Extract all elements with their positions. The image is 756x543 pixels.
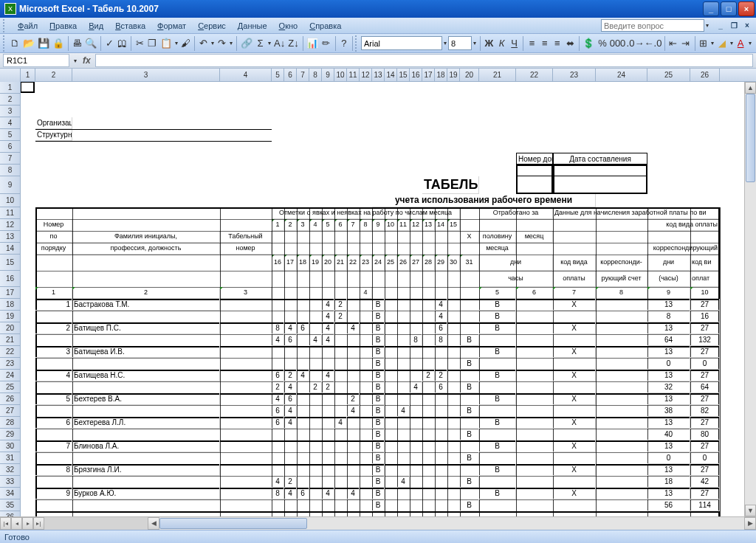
- scroll-up-icon[interactable]: ▲: [745, 82, 756, 94]
- cell[interactable]: В: [372, 488, 385, 499]
- bold-button[interactable]: Ж: [484, 35, 495, 52]
- cell[interactable]: 4: [284, 488, 297, 499]
- vscroll-thumb[interactable]: [746, 94, 755, 182]
- cell[interactable]: Х: [553, 299, 596, 311]
- cell[interactable]: В: [460, 499, 479, 511]
- cell[interactable]: 27: [690, 417, 720, 429]
- cell[interactable]: 13: [647, 440, 690, 452]
- cell[interactable]: по: [35, 231, 72, 243]
- cell[interactable]: 4: [297, 370, 309, 381]
- font-dropdown-icon[interactable]: ▾: [442, 40, 448, 46]
- inc-indent-icon[interactable]: ⇥: [680, 35, 691, 52]
- cell[interactable]: оплаты: [553, 271, 596, 287]
- cell[interactable]: В: [372, 370, 385, 381]
- col-header[interactable]: 6: [284, 69, 297, 82]
- cell[interactable]: 2: [334, 299, 347, 311]
- cell[interactable]: 0: [647, 452, 690, 464]
- doc-restore-button[interactable]: ❐: [728, 21, 740, 31]
- new-icon[interactable]: 🗋: [10, 35, 21, 52]
- tab-first-icon[interactable]: |◂: [0, 517, 11, 530]
- cell[interactable]: 4: [410, 381, 422, 393]
- copy-icon[interactable]: ❐: [147, 35, 158, 52]
- cell[interactable]: 2: [347, 393, 360, 405]
- cell[interactable]: 27: [690, 346, 720, 358]
- undo-dropdown-icon[interactable]: ▾: [210, 40, 216, 46]
- col-header[interactable]: 11: [347, 69, 360, 82]
- tab-last-icon[interactable]: ▸|: [33, 517, 44, 530]
- cell[interactable]: Х: [553, 417, 596, 429]
- col-header[interactable]: 19: [447, 69, 460, 82]
- col-header[interactable]: 26: [690, 69, 720, 82]
- menu-файл[interactable]: Файл: [12, 19, 44, 32]
- cell[interactable]: 13: [647, 488, 690, 499]
- scroll-right-icon[interactable]: ▶: [744, 517, 756, 530]
- autosum-dropdown-icon[interactable]: ▾: [267, 40, 272, 46]
- cell[interactable]: 40: [647, 429, 690, 440]
- menu-формат[interactable]: Формат: [151, 19, 192, 32]
- fx-icon[interactable]: fx: [83, 55, 91, 66]
- cell[interactable]: месяц: [516, 231, 553, 243]
- cell[interactable]: В: [479, 440, 516, 452]
- toolbar-gripper[interactable]: [3, 35, 7, 52]
- cell[interactable]: 32: [647, 381, 690, 393]
- cell[interactable]: 3: [297, 219, 309, 231]
- autosum-icon[interactable]: Σ: [255, 35, 266, 52]
- cell[interactable]: 18: [647, 476, 690, 488]
- cell[interactable]: 4: [347, 322, 360, 334]
- cell[interactable]: 64: [647, 334, 690, 346]
- cell[interactable]: Табельный: [220, 231, 272, 243]
- cell[interactable]: 3: [220, 287, 272, 299]
- cell[interactable]: 8: [35, 464, 72, 476]
- cell[interactable]: 13: [647, 393, 690, 405]
- cell[interactable]: 8: [272, 322, 284, 334]
- cell[interactable]: 4: [322, 334, 334, 346]
- namebox-dropdown-icon[interactable]: ▾: [72, 58, 78, 64]
- cell[interactable]: 4: [272, 393, 284, 405]
- doc-minimize-button[interactable]: _: [715, 21, 726, 31]
- cell[interactable]: 4: [272, 476, 284, 488]
- cell[interactable]: Номер документа: [516, 153, 553, 165]
- italic-button[interactable]: К: [496, 35, 507, 52]
- col-header[interactable]: 25: [647, 69, 690, 82]
- undo-icon[interactable]: ↶: [198, 35, 209, 52]
- cell[interactable]: 64: [690, 381, 720, 393]
- cell[interactable]: 27: [690, 393, 720, 405]
- help-icon[interactable]: ?: [338, 35, 349, 52]
- font-name-input[interactable]: [361, 36, 442, 50]
- cell[interactable]: 8: [360, 219, 372, 231]
- row-header[interactable]: 27: [0, 405, 21, 417]
- cell[interactable]: В: [372, 429, 385, 440]
- cell[interactable]: 56: [647, 499, 690, 511]
- cells-area[interactable]: ОрганизацияСтруктурное подразделениеНоме…: [21, 82, 756, 516]
- cell[interactable]: 27: [690, 488, 720, 499]
- cell[interactable]: 13: [647, 417, 690, 429]
- cell[interactable]: Бехтерев В.А.: [72, 393, 220, 405]
- cell[interactable]: 4: [397, 476, 410, 488]
- cell[interactable]: В: [479, 346, 516, 358]
- row-header[interactable]: 26: [0, 393, 21, 405]
- row-header[interactable]: 36: [0, 511, 21, 516]
- cell[interactable]: дни: [479, 255, 553, 271]
- row-header[interactable]: 24: [0, 370, 21, 381]
- menu-вставка[interactable]: Вставка: [109, 19, 151, 32]
- col-header[interactable]: 3: [72, 69, 220, 82]
- maximize-button[interactable]: □: [721, 1, 737, 16]
- cell[interactable]: код вида: [553, 255, 596, 271]
- cell[interactable]: 2: [272, 381, 284, 393]
- cell[interactable]: Отработано за: [479, 207, 553, 219]
- row-header[interactable]: 25: [0, 381, 21, 393]
- cell[interactable]: 4: [322, 311, 334, 322]
- cell[interactable]: 16: [690, 311, 720, 322]
- cell[interactable]: В: [479, 322, 516, 334]
- cell[interactable]: 29: [435, 255, 447, 271]
- row-header[interactable]: 14: [0, 243, 21, 255]
- cell[interactable]: Бурков А.Ю.: [72, 488, 220, 499]
- col-header[interactable]: 18: [435, 69, 447, 82]
- cell[interactable]: 4: [322, 299, 334, 311]
- col-header[interactable]: 16: [410, 69, 422, 82]
- cell[interactable]: В: [372, 452, 385, 464]
- cell[interactable]: рующий счет: [596, 271, 647, 287]
- col-header[interactable]: 17: [422, 69, 435, 82]
- cell[interactable]: Дата составления: [553, 153, 647, 165]
- cell[interactable]: 27: [410, 255, 422, 271]
